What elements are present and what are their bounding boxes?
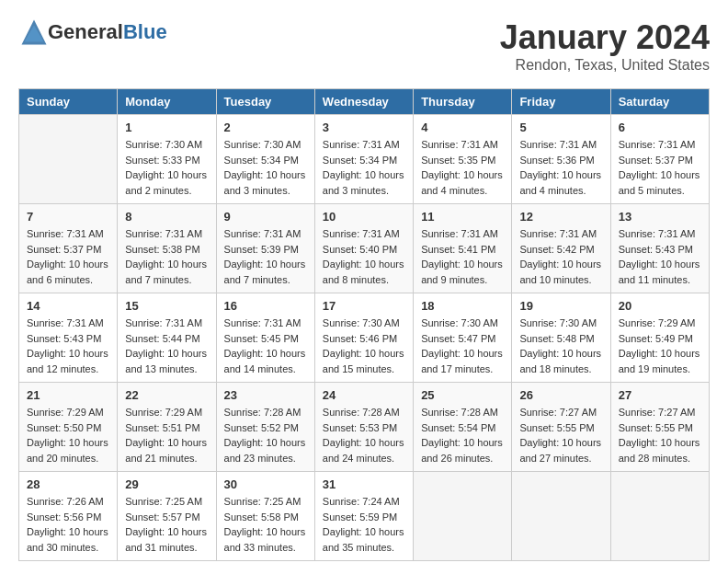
calendar-cell: 1Sunrise: 7:30 AMSunset: 5:33 PMDaylight… (118, 115, 216, 204)
calendar-cell: 24Sunrise: 7:28 AMSunset: 5:53 PMDayligh… (314, 383, 413, 472)
day-info: Sunrise: 7:31 AMSunset: 5:37 PMDaylight:… (27, 226, 109, 287)
day-info-line: and 11 minutes. (619, 272, 701, 288)
day-info-line: Sunrise: 7:31 AM (125, 316, 208, 331)
day-number: 19 (519, 299, 602, 313)
day-info-line: Sunset: 5:48 PM (519, 331, 602, 347)
day-info-line: and 12 minutes. (27, 362, 109, 377)
day-info-line: Daylight: 10 hours (519, 167, 602, 183)
month-title: January 2024 (500, 18, 710, 57)
day-info-line: Sunset: 5:45 PM (224, 331, 307, 347)
day-info-line: and 24 minutes. (323, 451, 405, 466)
day-info-line: and 4 minutes. (421, 183, 504, 199)
day-number: 22 (125, 388, 208, 402)
day-info: Sunrise: 7:28 AMSunset: 5:54 PMDaylight:… (421, 405, 504, 465)
day-info-line: and 19 minutes. (619, 362, 701, 377)
weekday-header-wednesday: Wednesday (314, 89, 413, 115)
day-info: Sunrise: 7:31 AMSunset: 5:43 PMDaylight:… (619, 226, 701, 287)
weekday-header-saturday: Saturday (610, 89, 709, 115)
day-info-line: Daylight: 10 hours (519, 257, 602, 272)
day-info: Sunrise: 7:30 AMSunset: 5:33 PMDaylight:… (125, 137, 208, 198)
day-info-line: and 7 minutes. (125, 272, 208, 288)
day-info: Sunrise: 7:30 AMSunset: 5:48 PMDaylight:… (519, 316, 602, 376)
calendar-cell: 12Sunrise: 7:31 AMSunset: 5:42 PMDayligh… (512, 204, 610, 293)
calendar-cell: 16Sunrise: 7:31 AMSunset: 5:45 PMDayligh… (216, 293, 314, 383)
day-info: Sunrise: 7:30 AMSunset: 5:46 PMDaylight:… (323, 316, 405, 376)
day-info-line: Sunrise: 7:31 AM (27, 226, 109, 242)
day-info-line: Sunset: 5:50 PM (27, 420, 109, 436)
day-info-line: Daylight: 10 hours (27, 346, 109, 362)
calendar-cell: 5Sunrise: 7:31 AMSunset: 5:36 PMDaylight… (512, 115, 610, 204)
calendar-cell: 20Sunrise: 7:29 AMSunset: 5:49 PMDayligh… (610, 293, 709, 383)
day-info: Sunrise: 7:31 AMSunset: 5:40 PMDaylight:… (323, 226, 405, 287)
day-info-line: Daylight: 10 hours (323, 524, 405, 540)
day-info-line: Sunset: 5:33 PM (125, 153, 208, 168)
day-info-line: Daylight: 10 hours (619, 167, 701, 183)
day-info-line: Sunset: 5:36 PM (519, 153, 602, 168)
day-number: 21 (27, 388, 109, 402)
day-number: 1 (125, 121, 208, 134)
day-info-line: and 17 minutes. (421, 362, 504, 377)
day-info-line: Sunset: 5:35 PM (421, 153, 504, 168)
logo: GeneralBlue (18, 18, 167, 46)
day-info: Sunrise: 7:31 AMSunset: 5:45 PMDaylight:… (224, 316, 307, 376)
day-info-line: Sunset: 5:59 PM (323, 510, 405, 525)
day-number: 4 (421, 121, 504, 134)
day-info-line: Sunrise: 7:28 AM (421, 405, 504, 420)
day-info: Sunrise: 7:29 AMSunset: 5:50 PMDaylight:… (27, 405, 109, 465)
day-info-line: Daylight: 10 hours (224, 435, 307, 451)
calendar-cell: 26Sunrise: 7:27 AMSunset: 5:55 PMDayligh… (512, 383, 610, 472)
day-info-line: Sunrise: 7:25 AM (125, 494, 208, 510)
day-info: Sunrise: 7:31 AMSunset: 5:36 PMDaylight:… (519, 137, 602, 198)
day-info: Sunrise: 7:31 AMSunset: 5:37 PMDaylight:… (619, 137, 701, 198)
calendar-cell: 14Sunrise: 7:31 AMSunset: 5:43 PMDayligh… (19, 293, 118, 383)
day-info-line: Sunset: 5:37 PM (27, 242, 109, 258)
day-info-line: Daylight: 10 hours (619, 346, 701, 362)
day-info-line: Daylight: 10 hours (323, 257, 405, 272)
day-number: 20 (619, 299, 701, 313)
calendar-cell (610, 472, 709, 561)
calendar-cell: 9Sunrise: 7:31 AMSunset: 5:39 PMDaylight… (216, 204, 314, 293)
day-info-line: and 3 minutes. (323, 183, 405, 199)
day-info-line: and 30 minutes. (27, 540, 109, 556)
day-info-line: Sunrise: 7:28 AM (323, 405, 405, 420)
day-number: 16 (224, 299, 307, 313)
calendar-cell: 11Sunrise: 7:31 AMSunset: 5:41 PMDayligh… (414, 204, 512, 293)
day-info: Sunrise: 7:31 AMSunset: 5:38 PMDaylight:… (125, 226, 208, 287)
day-info-line: Sunrise: 7:28 AM (224, 405, 307, 420)
day-info-line: Sunset: 5:51 PM (125, 420, 208, 436)
day-info-line: Daylight: 10 hours (224, 346, 307, 362)
day-info-line: Daylight: 10 hours (27, 257, 109, 272)
day-info-line: and 8 minutes. (323, 272, 405, 288)
day-info-line: Sunrise: 7:29 AM (27, 405, 109, 420)
day-number: 27 (619, 388, 701, 402)
day-info-line: Sunset: 5:34 PM (323, 153, 405, 168)
day-info-line: Sunrise: 7:31 AM (224, 316, 307, 331)
day-info-line: and 27 minutes. (519, 451, 602, 466)
day-info-line: Sunset: 5:39 PM (224, 242, 307, 258)
day-info-line: and 28 minutes. (619, 451, 701, 466)
day-info: Sunrise: 7:30 AMSunset: 5:34 PMDaylight:… (224, 137, 307, 198)
calendar-week-2: 7Sunrise: 7:31 AMSunset: 5:37 PMDaylight… (19, 204, 710, 293)
day-info-line: Daylight: 10 hours (27, 435, 109, 451)
day-info-line: Sunrise: 7:31 AM (224, 226, 307, 242)
calendar-cell: 3Sunrise: 7:31 AMSunset: 5:34 PMDaylight… (314, 115, 413, 204)
day-info-line: and 13 minutes. (125, 362, 208, 377)
day-info-line: Sunrise: 7:31 AM (519, 137, 602, 153)
calendar-cell: 17Sunrise: 7:30 AMSunset: 5:46 PMDayligh… (314, 293, 413, 383)
calendar-cell: 15Sunrise: 7:31 AMSunset: 5:44 PMDayligh… (118, 293, 216, 383)
day-info-line: Sunrise: 7:31 AM (519, 226, 602, 242)
day-info-line: Daylight: 10 hours (224, 257, 307, 272)
day-info-line: Sunrise: 7:31 AM (27, 316, 109, 331)
day-info-line: Sunrise: 7:26 AM (27, 494, 109, 510)
day-info-line: Daylight: 10 hours (323, 167, 405, 183)
day-info-line: Sunset: 5:34 PM (224, 153, 307, 168)
day-info-line: Sunset: 5:40 PM (323, 242, 405, 258)
day-info-line: and 18 minutes. (519, 362, 602, 377)
day-info-line: and 5 minutes. (619, 183, 701, 199)
calendar-cell (512, 472, 610, 561)
day-info-line: and 14 minutes. (224, 362, 307, 377)
weekday-header-sunday: Sunday (19, 89, 118, 115)
day-info-line: Sunrise: 7:30 AM (125, 137, 208, 153)
day-info-line: Sunset: 5:55 PM (619, 420, 701, 436)
calendar-cell: 10Sunrise: 7:31 AMSunset: 5:40 PMDayligh… (314, 204, 413, 293)
